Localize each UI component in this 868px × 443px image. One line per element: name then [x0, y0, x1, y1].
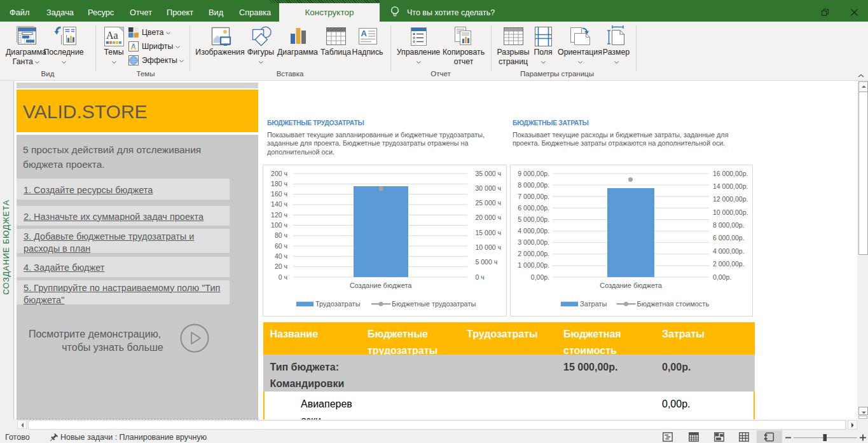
svg-text:9 000,00р.: 9 000,00р. — [518, 170, 549, 177]
svg-text:15 000 ч: 15 000 ч — [476, 229, 502, 236]
svg-text:35 000 ч: 35 000 ч — [476, 170, 502, 177]
svg-text:Aa: Aa — [106, 30, 118, 41]
svg-text:Затраты: Затраты — [580, 300, 607, 308]
svg-text:16 000,00р.: 16 000,00р. — [713, 170, 748, 177]
svg-text:0 ч: 0 ч — [279, 273, 287, 281]
svg-text:6 000,00р.: 6 000,00р. — [518, 204, 549, 212]
svg-text:A: A — [361, 29, 368, 38]
svg-text:5 000 ч: 5 000 ч — [476, 258, 498, 266]
svg-text:10 000,00р.: 10 000,00р. — [713, 208, 748, 216]
svg-text:Создание бюджета: Создание бюджета — [350, 282, 412, 289]
svg-text:40 ч: 40 ч — [275, 252, 287, 260]
svg-text:8 000,00р.: 8 000,00р. — [518, 181, 549, 189]
svg-text:Трудозатраты: Трудозатраты — [315, 300, 361, 308]
svg-text:3 000,00р.: 3 000,00р. — [518, 238, 549, 246]
svg-text:0 ч: 0 ч — [476, 273, 485, 281]
svg-text:30 000 ч: 30 000 ч — [476, 184, 502, 192]
svg-text:4 000,00р.: 4 000,00р. — [518, 227, 549, 235]
svg-text:2 000,00р.: 2 000,00р. — [713, 260, 745, 268]
svg-text:200 ч: 200 ч — [271, 170, 287, 177]
svg-text:0,00р.: 0,00р. — [713, 273, 731, 281]
svg-text:160 ч: 160 ч — [271, 190, 287, 198]
svg-text:Бюджетные трудозатраты: Бюджетные трудозатраты — [392, 300, 476, 308]
svg-text:Бюджетная стоимость: Бюджетная стоимость — [637, 300, 710, 308]
svg-text:60 ч: 60 ч — [275, 242, 287, 250]
svg-text:20 ч: 20 ч — [275, 262, 287, 270]
svg-text:10 000 ч: 10 000 ч — [476, 243, 502, 251]
svg-text:4 000,00р.: 4 000,00р. — [713, 247, 745, 255]
svg-text:25 000 ч: 25 000 ч — [476, 199, 502, 207]
svg-text:1 000,00р.: 1 000,00р. — [518, 261, 549, 269]
svg-text:12 000,00р.: 12 000,00р. — [713, 195, 748, 203]
svg-text:0,00р.: 0,00р. — [531, 273, 549, 281]
svg-text:5 000,00р.: 5 000,00р. — [518, 215, 549, 223]
svg-text:100 ч: 100 ч — [271, 221, 287, 229]
svg-text:8 000,00р.: 8 000,00р. — [713, 221, 745, 229]
svg-text:14 000,00р.: 14 000,00р. — [713, 182, 748, 190]
svg-text:140 ч: 140 ч — [271, 200, 287, 208]
svg-text:6 000,00р.: 6 000,00р. — [713, 234, 745, 242]
svg-text:80 ч: 80 ч — [275, 231, 287, 239]
svg-text:20 000 ч: 20 000 ч — [476, 214, 502, 221]
svg-text:120 ч: 120 ч — [271, 211, 287, 219]
svg-text:7 000,00р.: 7 000,00р. — [518, 193, 549, 200]
svg-text:180 ч: 180 ч — [271, 180, 287, 187]
svg-text:2 000,00р.: 2 000,00р. — [518, 250, 549, 257]
svg-text:A: A — [131, 43, 137, 51]
svg-text:Создание бюджета: Создание бюджета — [600, 282, 662, 289]
